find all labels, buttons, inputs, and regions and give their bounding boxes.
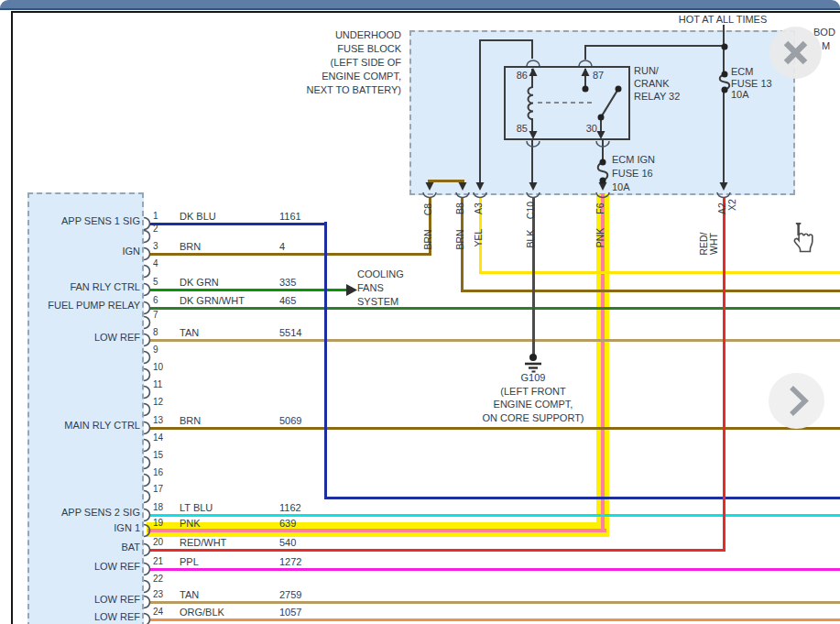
relay-pin-86-label: 86 [504, 70, 528, 82]
pin-bracket [144, 317, 150, 329]
relay-pin-85-label: 85 [504, 123, 528, 135]
wire-row-21 [149, 568, 840, 571]
circuit-number-label: 465 [279, 295, 296, 307]
circuit-number-label: 1057 [279, 607, 301, 619]
circuit-line [531, 69, 533, 88]
pin-number: 21 [153, 556, 163, 566]
wire-row-20 [149, 549, 725, 552]
pin-number: 8 [153, 327, 158, 337]
wire-row-24 [149, 619, 840, 621]
window-title-bar[interactable] [0, 0, 840, 10]
wire-color-label: TAN [180, 589, 199, 601]
pin-function-label: LOW REF [30, 611, 140, 623]
circuit-number-label: 1272 [279, 556, 301, 568]
dkblu-1161-horizontal [324, 497, 840, 499]
wire-color-label: RED/WHT [180, 537, 226, 549]
pin-number: 5 [153, 277, 158, 287]
pin-number: 10 [153, 362, 163, 372]
wire-row-18 [149, 514, 840, 517]
block-wire-color-label: RED/WHT [699, 216, 719, 271]
circuit-line [723, 25, 725, 48]
pin-number: 15 [153, 450, 163, 460]
block-wire-color-label: PNK [595, 211, 605, 266]
clipped-right-label-2: M [822, 40, 830, 52]
circuit-line [531, 118, 533, 132]
cooling-fans-arrow [346, 284, 357, 296]
wire-color-label: LT BLU [180, 502, 213, 514]
pin-number: 7 [153, 310, 158, 320]
circuit-number-label: 540 [279, 537, 296, 549]
pin-bracket [144, 457, 150, 469]
relay-name-label: RUN/ CRANK RELAY 32 [634, 64, 680, 103]
pin-number: 13 [153, 415, 163, 425]
brn-wire-horizontal [461, 290, 840, 292]
wire-color-label: DK GRN [180, 277, 219, 289]
wire-color-label: PPL [180, 556, 199, 568]
ecm-ign-fuse-16-label: ECM IGN FUSE 16 10A [612, 153, 655, 194]
circuit-line [479, 39, 481, 183]
wire-color-label: DK GRN/WHT [180, 295, 245, 307]
pin-bracket [144, 475, 150, 487]
pin-number: 24 [153, 607, 163, 617]
circuit-line [479, 39, 532, 41]
wire-row-13 [149, 427, 840, 430]
pin-number: 1 [153, 211, 158, 221]
wire-color-label: TAN [180, 327, 199, 339]
block-wire-color-label: BLK [526, 212, 536, 267]
circuit-line [600, 117, 602, 133]
connector-pin-brackets [144, 218, 150, 624]
pin-number: 12 [153, 397, 163, 407]
pin-bracket [144, 231, 150, 243]
wire-color-label: DK BLU [180, 211, 216, 223]
pin-bracket [144, 266, 150, 278]
pin-number: 9 [153, 345, 158, 355]
wiring-diagram-viewer: HOT AT ALL TIMES UNDERHOOD FUSE BLOCK (L… [0, 0, 840, 624]
ground-g109-label: G109 (LEFT FRONT ENGINE COMPT, ON CORE S… [455, 371, 611, 424]
pin-number: 3 [153, 241, 158, 251]
diagram-frame-top [11, 11, 840, 13]
wire-color-label: BRN [180, 241, 201, 253]
circuit-line [723, 90, 725, 183]
pin-bracket [144, 387, 150, 399]
circuit-number-label: 639 [279, 518, 296, 530]
pin-function-label: LOW REF [30, 561, 140, 573]
pin-function-label: LOW REF [30, 332, 140, 344]
underhood-fuse-block-label: UNDERHOOD FUSE BLOCK (LEFT SIDE OF ENGIN… [291, 28, 401, 97]
pin-function-label: BAT [30, 542, 140, 553]
pin-number: 19 [153, 518, 163, 528]
pin-number: 4 [153, 258, 158, 268]
pnk-639-wire-horizontal [147, 529, 606, 532]
pin-number: 18 [153, 502, 163, 512]
close-icon [769, 27, 822, 79]
pin-number: 2 [153, 224, 158, 234]
block-connector-id-label: X2 [727, 178, 737, 233]
wire-color-label: BRN [180, 415, 201, 427]
pin-bracket [144, 491, 150, 503]
circuit-line [584, 45, 724, 47]
next-diagram-button[interactable] [769, 373, 824, 429]
pin-function-label: APP SENS 2 SIG [30, 507, 140, 519]
pin-function-label: LOW REF [30, 594, 140, 606]
relay-pin-87-label: 87 [593, 70, 604, 82]
block-wire-color-label: BRN [423, 213, 433, 268]
circuit-number-label: 1162 [279, 502, 301, 514]
dkblu-1161-vertical [324, 222, 327, 499]
wire-color-label: PNK [180, 518, 201, 530]
hand-pointer-cursor [786, 222, 813, 253]
pin-function-label: IGN 1 [30, 522, 140, 534]
pin-number: 20 [153, 537, 163, 547]
pin-function-label: MAIN RLY CTRL [30, 420, 140, 432]
close-button[interactable] [769, 27, 822, 79]
wire-row-8 [149, 339, 840, 342]
circuit-line [584, 69, 586, 89]
ecm-fuse-13-label: ECM FUSE 13 10A [731, 66, 772, 101]
diagram-frame-left [11, 11, 13, 624]
circuit-number-label: 335 [279, 277, 296, 289]
circuit-line [531, 140, 533, 183]
redwht-540-vertical [723, 198, 725, 551]
pin-function-label: FUEL PUMP RELAY [30, 300, 140, 312]
circuit-line [602, 140, 604, 162]
wire-color-label: ORG/BLK [180, 607, 224, 619]
pin-number: 17 [153, 484, 163, 494]
circuit-number-label: 2759 [279, 589, 301, 601]
